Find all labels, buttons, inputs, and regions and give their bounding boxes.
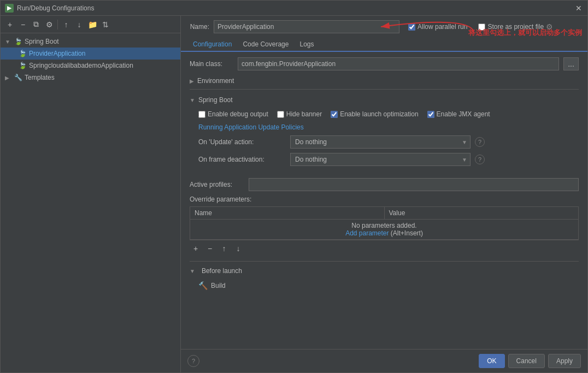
store-gear-icon[interactable]: ⚙ [546, 22, 553, 31]
tree-spring-boot-group[interactable]: ▼ 🍃 Spring Boot [1, 35, 180, 48]
provider-app-label: ProviderApplication [29, 50, 85, 57]
main-class-label: Main class: [190, 60, 233, 68]
right-panel: Name: Allow parallel run Store as projec… [181, 16, 587, 372]
add-config-button[interactable]: + [4, 19, 16, 31]
active-profiles-input[interactable] [249, 178, 579, 191]
environment-section-title: Environment [197, 77, 234, 85]
enable-launch-item: Enable launch optimization [331, 110, 418, 118]
hide-banner-item: Hide banner [277, 110, 322, 118]
params-table: Name Value No parameters added. Add para… [190, 206, 579, 240]
allow-parallel-checkbox[interactable] [408, 23, 415, 31]
config-content: Main class: ... ▶ Environment ▼ Spring B… [181, 52, 587, 349]
title-bar: ▶ Run/Debug Configurations ✕ [1, 1, 587, 16]
tab-code-coverage[interactable]: Code Coverage [237, 38, 294, 52]
bottom-bar: ? OK Cancel Apply [181, 349, 587, 372]
on-update-label: On 'Update' action: [198, 138, 286, 146]
override-params-label: Override parameters: [190, 196, 579, 203]
no-params-msg: No parameters added. [351, 222, 416, 229]
environment-toggle-icon: ▶ [190, 78, 194, 84]
tab-configuration[interactable]: Configuration [187, 38, 237, 52]
before-launch-section: ▼ Before launch 🔨 Build [190, 261, 579, 292]
running-app-title: Running Application Update Policies [198, 123, 579, 131]
tab-logs[interactable]: Logs [294, 38, 319, 52]
before-launch-label: Before launch [202, 267, 242, 275]
spring-boot-group-icon: 🍃 [14, 37, 22, 46]
store-as-project-group: Store as project file ⚙ [478, 22, 553, 31]
remove-param-button[interactable]: − [204, 242, 216, 254]
copy-config-button[interactable]: ⧉ [30, 19, 42, 31]
springcloud-app-label: SpringcloudalibabademoApplication [29, 62, 133, 69]
tree-toggle-templates: ▶ [5, 75, 14, 81]
config-tree: ▼ 🍃 Spring Boot 🍃 ProviderApplication 🍃 … [1, 33, 180, 372]
tree-springcloud-app[interactable]: 🍃 SpringcloudalibabademoApplication [1, 60, 180, 72]
main-content: + − ⧉ ⚙ ↑ ↓ 📁 ⇅ ▼ 🍃 Spring Boot � [1, 16, 587, 372]
main-class-input[interactable] [238, 57, 559, 70]
hide-banner-label: Hide banner [286, 110, 322, 118]
move-param-down-button[interactable]: ↓ [232, 242, 244, 254]
spring-boot-section-header[interactable]: ▼ Spring Boot [190, 94, 579, 106]
tree-provider-app[interactable]: 🍃 ProviderApplication [1, 48, 180, 60]
provider-app-icon: 🍃 [18, 49, 27, 58]
params-col-value: Value [384, 207, 579, 220]
move-down-button[interactable]: ↓ [73, 19, 85, 31]
enable-launch-checkbox[interactable] [331, 111, 338, 118]
store-as-project-checkbox[interactable] [478, 23, 485, 31]
enable-debug-checkbox[interactable] [198, 111, 205, 118]
override-params-section: Override parameters: Name Value No par [190, 196, 579, 257]
settings-config-button[interactable]: ⚙ [43, 19, 55, 31]
name-annotation-area: Name: Allow parallel run Store as projec… [181, 16, 587, 38]
tree-templates[interactable]: ▶ 🔧 Templates [1, 72, 180, 84]
apply-button[interactable]: Apply [548, 354, 581, 368]
window-title: Run/Debug Configurations [17, 4, 574, 12]
move-param-up-button[interactable]: ↑ [218, 242, 230, 254]
sort-button[interactable]: ⇅ [99, 19, 111, 31]
templates-label: Templates [25, 74, 55, 81]
remove-config-button[interactable]: − [17, 19, 29, 31]
close-button[interactable]: ✕ [574, 4, 583, 13]
folder-button[interactable]: 📁 [86, 19, 98, 31]
params-toolbar: + − ↑ ↓ [190, 240, 579, 257]
left-panel: + − ⧉ ⚙ ↑ ↓ 📁 ⇅ ▼ 🍃 Spring Boot � [1, 16, 181, 372]
build-row: 🔨 Build [190, 279, 579, 292]
name-input[interactable] [214, 20, 399, 33]
add-param-button[interactable]: + [190, 242, 202, 254]
on-frame-help-icon[interactable]: ? [475, 155, 485, 164]
before-launch-header[interactable]: ▼ Before launch [190, 265, 579, 277]
templates-icon: 🔧 [14, 73, 22, 82]
name-row: Name: Allow parallel run Store as projec… [181, 16, 587, 38]
allow-parallel-label: Allow parallel run [418, 23, 467, 31]
main-window: ▶ Run/Debug Configurations ✕ + − ⧉ ⚙ ↑ ↓… [0, 0, 588, 373]
on-frame-label: On frame deactivation: [198, 156, 286, 163]
window-controls: ✕ [574, 4, 583, 13]
help-button[interactable]: ? [187, 355, 199, 367]
on-update-help-icon[interactable]: ? [475, 137, 485, 147]
move-up-button[interactable]: ↑ [60, 19, 72, 31]
running-app-section: Running Application Update Policies On '… [190, 120, 579, 174]
store-as-project-label: Store as project file [487, 23, 544, 31]
spring-boot-section: ▼ Spring Boot Enable debug output Hide b… [190, 89, 579, 174]
params-table-header: Name Value [190, 207, 579, 220]
on-frame-row: On frame deactivation: Do nothing ▼ ? [198, 153, 579, 166]
tree-toggle-spring-boot: ▼ [5, 39, 14, 45]
add-param-shortcut: (Alt+Insert) [391, 229, 423, 237]
add-param-link[interactable]: Add parameter [345, 229, 389, 237]
main-class-browse-button[interactable]: ... [563, 57, 579, 70]
main-class-row: Main class: ... [190, 57, 579, 70]
spring-boot-toggle-icon: ▼ [190, 97, 195, 103]
environment-section-header[interactable]: ▶ Environment [190, 75, 579, 87]
spring-boot-group-label: Spring Boot [25, 38, 59, 45]
active-profiles-label: Active profiles: [190, 181, 244, 188]
hide-banner-checkbox[interactable] [277, 111, 284, 118]
ok-button[interactable]: OK [479, 354, 504, 368]
enable-jmx-item: Enable JMX agent [427, 110, 490, 118]
on-update-dropdown[interactable]: Do nothing [290, 135, 471, 149]
params-empty-cell: No parameters added. Add parameter (Alt+… [190, 220, 579, 240]
enable-jmx-checkbox[interactable] [427, 111, 434, 118]
build-label: Build [211, 282, 226, 289]
cancel-button[interactable]: Cancel [508, 354, 545, 368]
before-launch-toggle-icon: ▼ [190, 268, 195, 274]
on-frame-dropdown[interactable]: Do nothing [290, 153, 471, 166]
params-col-name: Name [190, 207, 385, 220]
params-empty-row: No parameters added. Add parameter (Alt+… [190, 220, 579, 240]
springcloud-app-icon: 🍃 [18, 61, 27, 70]
